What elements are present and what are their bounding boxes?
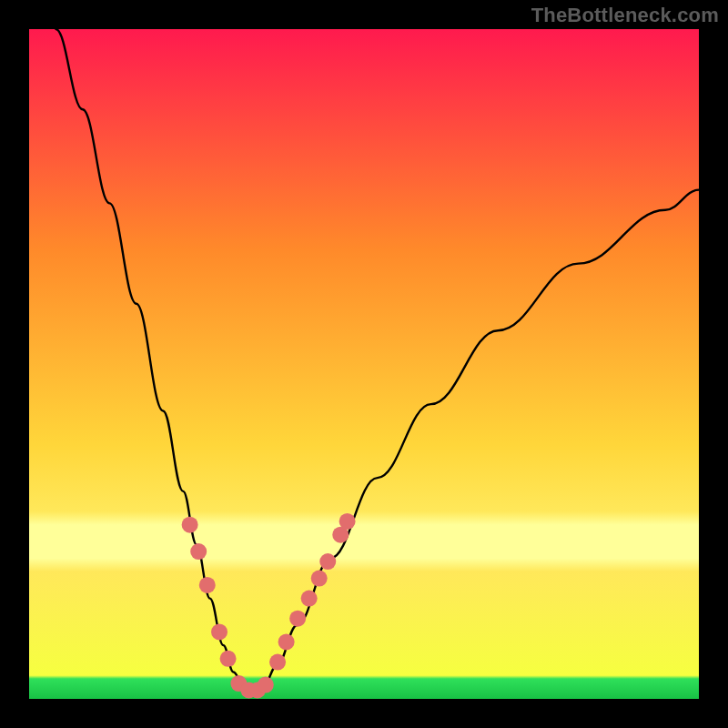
curve-marker [220,651,237,667]
curve-marker [211,623,228,640]
curve-marker [278,633,295,650]
gradient-background [29,29,699,699]
curve-marker [182,517,198,533]
curve-marker [258,677,274,693]
curve-marker [269,654,286,671]
chart-frame: TheBottleneck.com [0,0,728,728]
curve-marker [289,611,306,627]
plot-area [29,29,699,699]
curve-marker [199,577,216,593]
curve-marker [319,553,336,570]
attribution-text: TheBottleneck.com [531,4,719,27]
chart-svg [29,29,699,699]
curve-marker [311,571,328,587]
curve-marker [339,513,356,530]
curve-marker [301,591,318,607]
curve-marker [190,543,207,560]
